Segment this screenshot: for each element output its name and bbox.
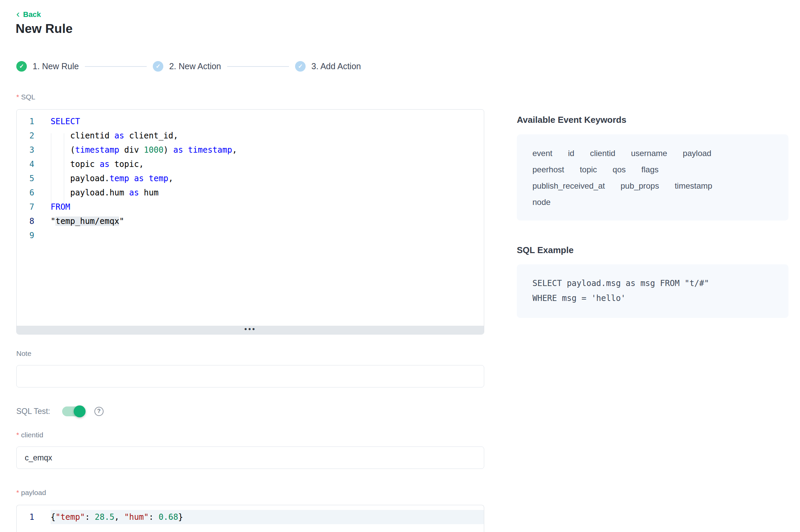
check-icon bbox=[295, 61, 306, 72]
code-line: 3 (timestamp div 1000) as timestamp, bbox=[17, 143, 484, 157]
event-keyword: qos bbox=[613, 165, 626, 174]
line-number: 7 bbox=[17, 200, 34, 214]
sql-field-label: SQL bbox=[16, 93, 35, 101]
line-number: 5 bbox=[17, 171, 34, 186]
event-keyword: payload bbox=[683, 149, 711, 158]
event-keyword: clientid bbox=[590, 149, 615, 158]
step-connector bbox=[85, 66, 147, 67]
step-label: 3. Add Action bbox=[311, 61, 361, 71]
check-icon bbox=[153, 61, 163, 72]
event-keyword: node bbox=[532, 197, 550, 207]
payload-code-area[interactable]: 1{"temp": 28.5, "hum": 0.68} bbox=[17, 505, 484, 524]
indent-guide bbox=[51, 133, 51, 205]
sql-test-toggle[interactable] bbox=[62, 406, 84, 416]
step-label: 2. New Action bbox=[169, 61, 221, 71]
sql-code-area[interactable]: 1SELECT2 clientid as client_id,3 (timest… bbox=[17, 110, 484, 326]
payload-code-editor[interactable]: 1{"temp": 28.5, "hum": 0.68} bbox=[16, 505, 484, 532]
event-keyword: id bbox=[568, 149, 575, 158]
sql-test-label: SQL Test: bbox=[16, 407, 50, 416]
help-sidebar: Available Event Keywords eventidclientid… bbox=[517, 115, 788, 318]
sql-example-line: SELECT payload.msg as msg FROM "t/#" bbox=[532, 276, 775, 291]
event-keyword: event bbox=[532, 149, 552, 158]
toggle-knob bbox=[74, 405, 86, 417]
event-keyword: pub_props bbox=[620, 181, 659, 191]
indent-guide bbox=[64, 133, 64, 205]
step-connector bbox=[227, 66, 289, 67]
step-2-new-action[interactable]: 2. New Action bbox=[153, 61, 221, 72]
code-line: 4 topic as topic, bbox=[17, 157, 484, 171]
note-field-label: Note bbox=[16, 349, 31, 358]
event-keyword: flags bbox=[641, 165, 659, 174]
code-line: 6 payload.hum as hum bbox=[17, 186, 484, 200]
new-rule-page: ‹ Back New Rule 1. New Rule 2. New Actio… bbox=[0, 0, 800, 532]
sql-test-row: SQL Test: ? bbox=[16, 404, 104, 418]
code-line: 2 clientid as client_id, bbox=[17, 129, 484, 143]
event-keyword: timestamp bbox=[675, 181, 712, 191]
back-link[interactable]: ‹ Back bbox=[16, 10, 41, 19]
event-keyword: publish_received_at bbox=[532, 181, 605, 191]
sql-code-editor[interactable]: 1SELECT2 clientid as client_id,3 (timest… bbox=[16, 109, 484, 335]
check-icon bbox=[16, 61, 27, 72]
sql-example-title: SQL Example bbox=[517, 245, 788, 255]
clientid-field-label: clientid bbox=[16, 431, 43, 439]
line-number: 6 bbox=[17, 186, 34, 200]
code-line: 9 bbox=[17, 228, 484, 243]
line-number: 2 bbox=[17, 129, 34, 143]
editor-resize-handle[interactable]: ••• bbox=[17, 326, 484, 334]
line-number: 9 bbox=[17, 228, 34, 243]
line-number: 4 bbox=[17, 157, 34, 171]
code-line: 1{"temp": 28.5, "hum": 0.68} bbox=[17, 510, 484, 524]
event-keyword: peerhost bbox=[532, 165, 564, 174]
line-number: 1 bbox=[17, 510, 34, 524]
code-line: 7FROM bbox=[17, 200, 484, 214]
code-line: 1SELECT bbox=[17, 114, 484, 129]
sql-example-panel: SELECT payload.msg as msg FROM "t/#"WHER… bbox=[517, 264, 788, 318]
ellipsis-icon: ••• bbox=[244, 327, 256, 331]
line-number: 3 bbox=[17, 143, 34, 157]
step-label: 1. New Rule bbox=[33, 61, 79, 71]
code-line: 5 payload.temp as temp, bbox=[17, 171, 484, 186]
line-number: 8 bbox=[17, 214, 34, 228]
code-line: 8"temp_hum/emqx" bbox=[17, 214, 484, 228]
payload-field-label: payload bbox=[16, 489, 46, 497]
step-1-new-rule[interactable]: 1. New Rule bbox=[16, 61, 79, 72]
event-keywords-panel: eventidclientidusernamepayloadpeerhostto… bbox=[517, 134, 788, 221]
wizard-steps: 1. New Rule 2. New Action 3. Add Action bbox=[16, 61, 361, 72]
event-keyword: username bbox=[631, 149, 667, 158]
line-number: 1 bbox=[17, 114, 34, 129]
chevron-left-icon: ‹ bbox=[16, 10, 20, 18]
clientid-input[interactable] bbox=[16, 446, 484, 469]
back-label: Back bbox=[23, 10, 41, 19]
keywords-title: Available Event Keywords bbox=[517, 115, 788, 125]
help-icon[interactable]: ? bbox=[94, 407, 104, 416]
page-title: New Rule bbox=[16, 22, 73, 36]
event-keyword: topic bbox=[580, 165, 597, 174]
step-3-add-action[interactable]: 3. Add Action bbox=[295, 61, 361, 72]
sql-example-line: WHERE msg = 'hello' bbox=[532, 291, 775, 306]
note-input[interactable] bbox=[16, 365, 484, 387]
